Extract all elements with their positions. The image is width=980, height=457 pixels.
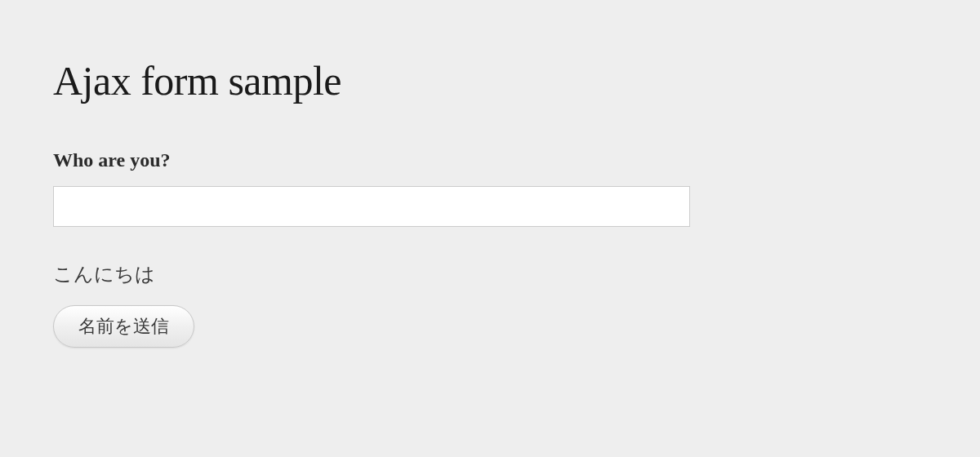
greeting-text: こんにちは: [53, 261, 927, 287]
name-field-label: Who are you?: [53, 149, 927, 171]
page-title: Ajax form sample: [53, 57, 927, 104]
submit-button[interactable]: 名前を送信: [53, 305, 194, 348]
name-input[interactable]: [53, 186, 690, 227]
